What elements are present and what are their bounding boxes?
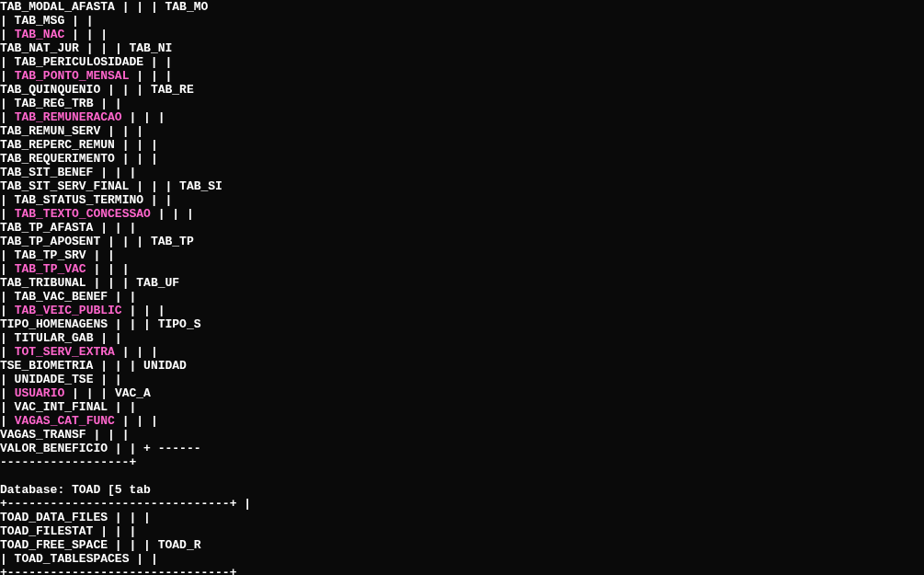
offscreen-start: TAB_UF xyxy=(130,276,180,290)
col2-cell xyxy=(115,83,122,97)
table-name: TAB_REMUN_SERV xyxy=(0,124,100,138)
col2-cell: TAB_PERICULOSIDADE xyxy=(7,55,151,69)
table-name-highlight: VAGAS_CAT_FUNC xyxy=(15,414,115,428)
table-row: TAB_REQUERIMENTO | | | xyxy=(0,152,924,166)
col3-cell xyxy=(143,138,151,152)
table-row: | TAB_VAC_BENEF | | xyxy=(0,290,924,304)
table-row: | VAC_INT_FINAL | | xyxy=(0,400,924,414)
border-bottom: +-------------------------------+ xyxy=(0,566,924,575)
col2-cell: TAB_MSG xyxy=(7,14,72,28)
table-row: TOAD_DATA_FILES | | | xyxy=(0,511,924,524)
table-name: TSE_BIOMETRIA xyxy=(0,359,93,373)
border-top: +-------------------------------+ | xyxy=(0,497,924,511)
table-name: TOAD_DATA_FILES xyxy=(0,511,108,524)
table-name: TAB_REPERC_REMUN xyxy=(0,138,115,152)
col3-cell xyxy=(143,414,151,428)
table-row: TSE_BIOMETRIA | | | UNIDAD xyxy=(0,359,924,373)
db-count: [5 tab xyxy=(108,483,151,497)
col3-cell xyxy=(136,317,143,331)
table-name: VALOR_BENEFICIO xyxy=(0,442,108,455)
table-name: TAB_QUINQUENIO xyxy=(0,83,100,97)
col2-cell xyxy=(79,28,86,41)
db-name: Database: TOAD xyxy=(0,483,100,497)
col3-cell xyxy=(108,331,115,345)
col2-cell: TITULAR_GAB xyxy=(7,331,100,345)
table-row: | TITULAR_GAB | | xyxy=(0,331,924,345)
col3-cell xyxy=(143,345,151,359)
table-name-highlight: TAB_TP_VAC xyxy=(15,262,86,276)
col2-cell: TAB_REG_TRB xyxy=(7,97,100,110)
col2-cell xyxy=(136,110,143,124)
table-name: TAB_MODAL_AFASTA xyxy=(0,0,115,14)
col3-cell xyxy=(136,442,143,455)
table-row: | TAB_VEIC_PUBLIC | | | xyxy=(0,304,924,317)
offscreen-start: TAB_SI xyxy=(172,179,222,193)
col2-cell xyxy=(108,524,115,538)
table-row: TAB_REMUN_SERV | | | xyxy=(0,124,924,138)
col2-cell xyxy=(136,304,143,317)
table-row: TIPO_HOMENAGENS | | | TIPO_S xyxy=(0,317,924,331)
table-row: VAGAS_TRANSF | | | xyxy=(0,428,924,442)
col3-cell xyxy=(179,207,187,221)
offscreen-start: UNIDAD xyxy=(136,359,187,373)
col3-cell xyxy=(115,262,122,276)
table-name: TOAD_FREE_SPACE xyxy=(0,538,108,552)
col3-cell xyxy=(79,14,86,28)
table-row: TAB_TP_APOSENT | | | TAB_TP xyxy=(0,235,924,248)
col2-cell xyxy=(100,262,108,276)
table-name: TAB_REQUERIMENTO xyxy=(0,152,115,166)
table-name-highlight: TAB_PONTO_MENSAL xyxy=(15,69,130,83)
col2-cell xyxy=(115,124,122,138)
table-name: TAB_TP_AFASTA xyxy=(0,221,93,235)
table-row: | TAB_PERICULOSIDADE | | xyxy=(0,55,924,69)
table-row: TAB_SIT_BENEF | | | xyxy=(0,166,924,179)
table-name-highlight: TAB_REMUNERACAO xyxy=(15,110,122,124)
table-row: | TOAD_TABLESPACES | | xyxy=(0,552,924,566)
table-row: TAB_TRIBUNAL | | | TAB_UF xyxy=(0,276,924,290)
table-row: TAB_TP_AFASTA | | | xyxy=(0,221,924,235)
col2-cell: VAC_INT_FINAL xyxy=(7,400,115,414)
col3-cell xyxy=(115,276,122,290)
db-header: Database: TOAD [5 tab xyxy=(0,483,924,497)
table-row: | TAB_STATUS_TERMINO | | xyxy=(0,193,924,207)
offscreen-start: VAC_A xyxy=(108,386,151,400)
table-row: | TOT_SERV_EXTRA | | | xyxy=(0,345,924,359)
col2-cell xyxy=(143,69,151,83)
col2-cell xyxy=(108,359,115,373)
col2-cell xyxy=(108,166,115,179)
col2-cell: TAB_TP_SRV xyxy=(7,248,94,262)
table-row: | TAB_TP_SRV | | xyxy=(0,248,924,262)
table-name-highlight: TAB_NAC xyxy=(15,28,65,41)
col2-cell: TAB_STATUS_TERMINO xyxy=(7,193,151,207)
col2-cell: UNIDADE_TSE xyxy=(7,373,100,386)
table-row: | TAB_NAC | | | xyxy=(0,28,924,41)
col2-cell: TOAD_TABLESPACES xyxy=(7,552,136,566)
table-row: TAB_QUINQUENIO | | | TAB_RE xyxy=(0,83,924,97)
table-name: TIPO_HOMENAGENS xyxy=(0,317,108,331)
col3-cell xyxy=(143,552,151,566)
table-row: | UNIDADE_TSE | | xyxy=(0,373,924,386)
col3-cell xyxy=(151,110,158,124)
table-name-highlight: TOT_SERV_EXTRA xyxy=(15,345,115,359)
table-name: TAB_NAT_JUR xyxy=(0,41,79,55)
offscreen-start: TAB_MO xyxy=(158,0,209,14)
table-name: VAGAS_TRANSF xyxy=(0,428,86,442)
table-row: VALOR_BENEFICIO | | + ------ xyxy=(0,442,924,455)
col2-cell xyxy=(108,221,115,235)
col3-cell xyxy=(136,538,143,552)
col3-cell xyxy=(143,0,151,14)
table-row: TAB_MODAL_AFASTA | | | TAB_MO xyxy=(0,0,924,14)
table-name-highlight: TAB_VEIC_PUBLIC xyxy=(15,304,122,317)
col2-cell xyxy=(100,428,108,442)
table-row: TAB_REPERC_REMUN | | | xyxy=(0,138,924,152)
col2-cell xyxy=(143,179,151,193)
table-name: TAB_TRIBUNAL xyxy=(0,276,86,290)
pre-block: TAB_MODAL_AFASTA | | | TAB_MO | TAB_MSG xyxy=(0,0,924,575)
col3-cell xyxy=(108,373,115,386)
table-name: TOAD_FILESTAT xyxy=(0,524,93,538)
offscreen-start: ------ xyxy=(151,442,201,455)
col3-cell xyxy=(143,152,151,166)
col3-cell xyxy=(108,97,115,110)
table-row: | TAB_MSG | | xyxy=(0,14,924,28)
table-name: TAB_SIT_BENEF xyxy=(0,166,93,179)
